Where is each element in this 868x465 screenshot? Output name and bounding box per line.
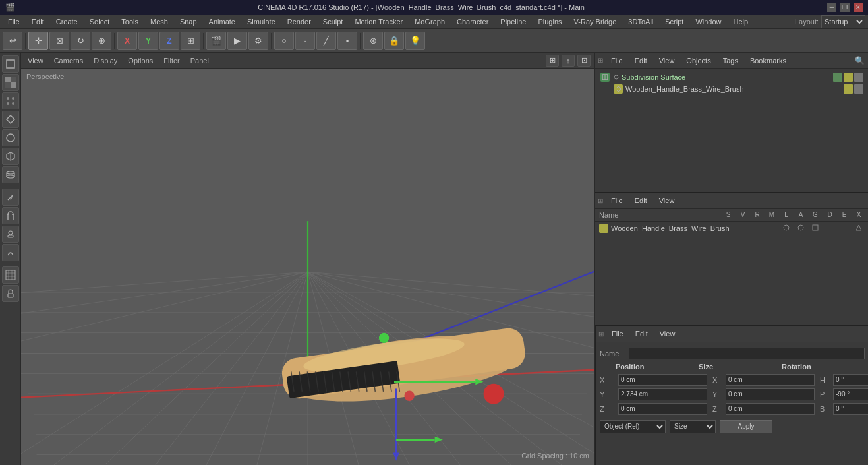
obj-bot-row-handle[interactable]: Wooden_Handle_Brass_Wire_Brush [595, 222, 868, 235]
menu-vray[interactable]: V-Ray Bridge [569, 16, 622, 27]
menu-character[interactable]: Character [451, 16, 494, 27]
menu-motion-tracker[interactable]: Motion Tracker [349, 16, 408, 27]
point-mode-button[interactable]: · [295, 32, 315, 50]
ls-sphere-button[interactable] [2, 129, 19, 146]
props-name-input[interactable] [629, 348, 865, 359]
viewport[interactable]: Y X Perspective Grid Spacing : 10 cm [21, 69, 594, 465]
ls-lock-button[interactable] [2, 285, 19, 302]
obj-bookmarks-menu[interactable]: Bookmarks [746, 55, 790, 66]
h-rot-input[interactable] [833, 374, 868, 386]
menu-plugins[interactable]: Plugins [533, 16, 567, 27]
minimize-button[interactable]: ─ [827, 3, 836, 12]
obj-row-wooden-handle[interactable]: Wooden_Handle_Brass_Wire_Brush [598, 83, 866, 95]
undo-button[interactable]: ↩ [3, 32, 22, 50]
z-pos-input[interactable] [618, 403, 707, 415]
x-size-input[interactable] [726, 374, 815, 386]
world-button[interactable]: ⊞ [181, 32, 200, 50]
menu-mograph[interactable]: MoGraph [409, 16, 450, 27]
ls-surface-button[interactable] [2, 111, 19, 128]
vp-menu-options[interactable]: Options [125, 55, 156, 66]
ls-magnet-button[interactable] [2, 207, 19, 224]
ls-knife-button[interactable] [2, 189, 19, 206]
coord-system-select[interactable]: Object (Rel) World Local [600, 420, 666, 433]
ls-array-button[interactable] [2, 92, 19, 109]
obj-view-menu[interactable]: View [655, 55, 679, 66]
props-bottom-row: Object (Rel) World Local Size Scale Appl… [600, 419, 865, 435]
snap-button[interactable]: 🔒 [384, 32, 404, 50]
y-axis-button[interactable]: Y [138, 32, 158, 50]
enable-axis-button[interactable]: ⊛ [363, 32, 383, 50]
menu-snap[interactable]: Snap [175, 16, 202, 27]
restore-button[interactable]: ❐ [840, 3, 850, 12]
menu-mesh[interactable]: Mesh [145, 16, 173, 27]
b-rot-input[interactable] [833, 403, 868, 415]
menu-simulate[interactable]: Simulate [242, 16, 281, 27]
obj-edit-menu[interactable]: Edit [631, 55, 651, 66]
props-view-menu[interactable]: View [656, 328, 680, 339]
render-viewport-button[interactable]: ▶ [227, 32, 247, 50]
ls-objects-button[interactable] [2, 55, 19, 73]
vp-fullscreen-button[interactable]: ⊡ [577, 55, 591, 67]
obj-file-menu[interactable]: File [607, 55, 627, 66]
menu-sculpt[interactable]: Sculpt [318, 16, 349, 27]
coord-mode-select[interactable]: Size Scale [670, 420, 716, 433]
props-file-menu[interactable]: File [608, 328, 627, 339]
menu-animate[interactable]: Animate [204, 16, 241, 27]
scale-tool-button[interactable]: ⊠ [49, 32, 69, 50]
obj-bot-view-menu[interactable]: View [655, 195, 679, 206]
menu-pipeline[interactable]: Pipeline [495, 16, 531, 27]
close-button[interactable]: ✕ [854, 3, 863, 12]
layout-selector[interactable]: Layout: Startup Standard Animate Sculpt [795, 15, 865, 28]
ls-stamp-button[interactable] [2, 226, 19, 243]
light-button[interactable]: 💡 [405, 32, 425, 50]
render-settings-button[interactable]: ⚙ [248, 32, 268, 50]
vp-menu-panel[interactable]: Panel [188, 55, 212, 66]
ls-tube-button[interactable] [2, 166, 19, 183]
menu-help[interactable]: Help [728, 16, 754, 27]
layout-dropdown[interactable]: Startup Standard Animate Sculpt [821, 15, 865, 28]
menu-select[interactable]: Select [84, 16, 115, 27]
menu-edit[interactable]: Edit [26, 16, 49, 27]
vp-menu-filter[interactable]: Filter [161, 55, 182, 66]
z-size-input[interactable] [726, 403, 815, 415]
y-pos-input[interactable] [618, 388, 707, 400]
rotate-tool-button[interactable]: ↻ [71, 32, 90, 50]
menu-window[interactable]: Window [690, 16, 726, 27]
ls-sculpt-button[interactable] [2, 244, 19, 261]
obj-objects-menu[interactable]: Objects [682, 55, 714, 66]
select-tool-button[interactable]: ⊕ [92, 32, 111, 50]
vp-menu-display[interactable]: Display [91, 55, 120, 66]
vp-configure-button[interactable]: ↕ [562, 55, 575, 67]
obj-tags-menu[interactable]: Tags [719, 55, 742, 66]
menu-tools[interactable]: Tools [116, 16, 144, 27]
x-axis-button[interactable]: X [117, 32, 137, 50]
menu-create[interactable]: Create [51, 16, 83, 27]
menu-render[interactable]: Render [282, 16, 316, 27]
edge-mode-button[interactable]: ╱ [316, 32, 336, 50]
y-size-input[interactable] [726, 388, 815, 400]
props-edit-menu[interactable]: Edit [631, 328, 652, 339]
x-pos-input[interactable] [618, 374, 707, 386]
vp-menu-view[interactable]: View [25, 55, 46, 66]
ls-checkerboard-button[interactable] [2, 74, 19, 91]
obj-row-subdivision[interactable]: Subdivision Surface [598, 71, 866, 83]
menu-script[interactable]: Script [660, 16, 689, 27]
menu-3dtoall[interactable]: 3DToAll [623, 16, 658, 27]
vp-menu-cameras[interactable]: Cameras [51, 55, 86, 66]
z-axis-button[interactable]: Z [159, 32, 179, 50]
vp-safe-frame-button[interactable]: ⊞ [546, 55, 559, 67]
ls-grid-button[interactable] [2, 266, 19, 284]
obj-search-button[interactable]: 🔍 [853, 54, 866, 67]
p-rot-input[interactable] [833, 388, 868, 400]
apply-button[interactable]: Apply [720, 420, 772, 433]
poly-mode-button[interactable]: ▪ [337, 32, 357, 50]
menu-file[interactable]: File [3, 16, 25, 27]
obj-bot-v-val [795, 224, 807, 233]
obj-bot-edit-menu[interactable]: Edit [631, 195, 651, 206]
viewport-canvas[interactable]: Y X [21, 69, 594, 465]
object-mode-button[interactable]: ○ [274, 32, 294, 50]
ls-box-button[interactable] [2, 148, 19, 165]
move-tool-button[interactable]: ✛ [28, 32, 48, 50]
obj-bot-file-menu[interactable]: File [607, 195, 627, 206]
render-region-button[interactable]: 🎬 [206, 32, 226, 50]
